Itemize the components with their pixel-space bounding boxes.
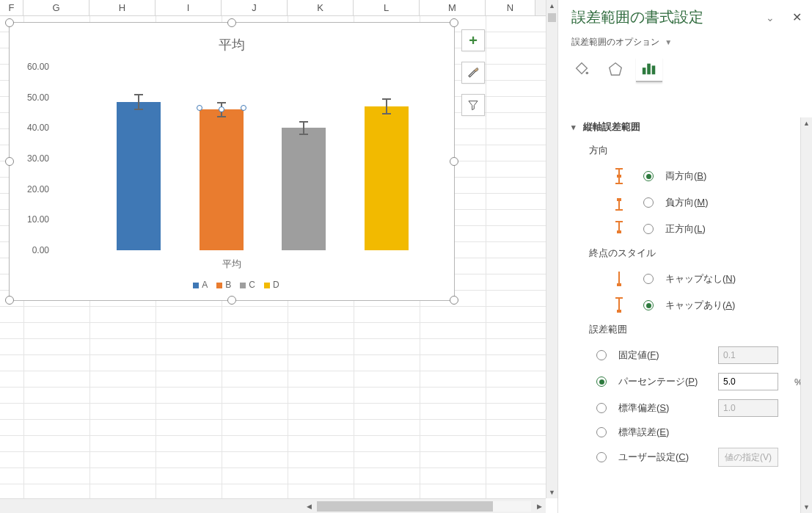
error-cap	[134, 109, 143, 110]
radio-label: キャップあり(A)	[665, 299, 790, 312]
legend-label[interactable]: D	[273, 280, 279, 290]
radio-control[interactable]	[596, 376, 607, 387]
scroll-up-icon[interactable]: ▲	[801, 117, 812, 129]
category-axis-title[interactable]: 平均	[10, 258, 454, 271]
bar-series[interactable]	[117, 102, 161, 250]
col-header-J[interactable]: J	[222, 0, 288, 15]
sheet-vertical-scrollbar[interactable]: ▲ ▼	[546, 0, 557, 498]
chart-filter-button[interactable]	[461, 94, 485, 116]
radio-amount-F[interactable]: 固定値(F)	[571, 342, 790, 368]
scroll-track[interactable]	[317, 501, 531, 512]
radio-amount-C[interactable]: ユーザー設定(C) 値の指定(V)	[571, 443, 790, 471]
radio-control[interactable]	[643, 197, 654, 208]
col-header-K[interactable]: K	[288, 0, 354, 15]
resize-handle[interactable]	[5, 157, 14, 166]
radio-endstyle-A[interactable]: キャップあり(A)	[571, 292, 790, 319]
direction-label: 方向	[571, 139, 790, 163]
chart-title[interactable]: 平均	[10, 36, 454, 54]
scroll-right-icon[interactable]: ▶	[533, 500, 546, 513]
bar-series[interactable]	[282, 128, 326, 250]
chart-styles-button[interactable]	[461, 62, 485, 84]
tab-effects[interactable]	[602, 57, 629, 82]
tab-fill-line[interactable]	[568, 57, 595, 82]
svg-rect-8	[617, 175, 621, 178]
error-bar[interactable]	[138, 95, 139, 109]
legend-label[interactable]: B	[225, 280, 231, 290]
amount-input-P[interactable]	[718, 373, 778, 390]
radio-amount-S[interactable]: 標準偏差(S)	[571, 395, 790, 421]
col-header-L[interactable]: L	[354, 0, 420, 15]
series-selection-handle[interactable]	[219, 106, 224, 112]
resize-handle[interactable]	[450, 18, 458, 27]
chart-add-element-button[interactable]: +	[461, 29, 485, 51]
error-bar[interactable]	[386, 99, 387, 114]
error-cap	[217, 102, 226, 103]
radio-amount-E[interactable]: 標準誤差(E)	[571, 421, 790, 443]
resize-handle[interactable]	[5, 296, 14, 305]
resize-handle[interactable]	[5, 18, 14, 27]
radio-control[interactable]	[643, 224, 654, 234]
specify-value-button[interactable]: 値の指定(V)	[718, 448, 778, 467]
y-axis-tick: 0.00	[20, 245, 49, 255]
radio-label: ユーザー設定(C)	[618, 451, 706, 464]
direction-both-icon	[615, 167, 623, 185]
sheet-horizontal-scrollbar[interactable]: ◀ ▶	[0, 498, 546, 513]
radio-label: 正方向(L)	[665, 222, 790, 236]
radio-direction-L[interactable]: 正方向(L)	[571, 216, 790, 242]
scroll-thumb[interactable]	[317, 501, 493, 512]
radio-label: 固定値(F)	[618, 349, 706, 362]
svg-rect-19	[617, 310, 621, 313]
series-selection-handle[interactable]	[241, 105, 246, 111]
close-pane-button[interactable]: ✕	[792, 10, 802, 24]
section-vertical-error-bar[interactable]: ▾ 縦軸誤差範囲	[571, 117, 790, 139]
y-axis-tick: 10.00	[20, 214, 49, 225]
radio-endstyle-N[interactable]: キャップなし(N)	[571, 266, 790, 292]
radio-control[interactable]	[596, 403, 607, 413]
bar-series[interactable]	[365, 106, 409, 250]
legend-label[interactable]: A	[202, 280, 208, 290]
radio-control[interactable]	[643, 171, 654, 181]
scroll-down-icon[interactable]: ▼	[801, 501, 812, 513]
col-header-N[interactable]: N	[486, 0, 535, 15]
bar-series[interactable]	[200, 109, 244, 250]
radio-control[interactable]	[643, 274, 654, 284]
col-header-G[interactable]: G	[23, 0, 89, 15]
svg-rect-4	[652, 65, 656, 74]
col-header-F[interactable]: F	[0, 0, 23, 15]
chart-object[interactable]: 平均 0.0010.0020.0030.0040.0050.0060.00 平均…	[9, 22, 455, 301]
error-bar[interactable]	[303, 122, 304, 134]
scroll-left-icon[interactable]: ◀	[302, 500, 315, 513]
svg-rect-14	[617, 230, 621, 233]
radio-amount-P[interactable]: パーセンテージ(P) %	[571, 368, 790, 395]
radio-direction-M[interactable]: 負方向(M)	[571, 189, 790, 216]
scroll-thumb[interactable]	[548, 13, 556, 22]
y-axis-tick: 60.00	[20, 62, 49, 72]
plus-icon: +	[469, 33, 478, 48]
col-header-M[interactable]: M	[420, 0, 486, 15]
radio-control[interactable]	[596, 452, 607, 462]
tab-error-bar-options[interactable]	[636, 57, 662, 82]
plot-area[interactable]: 0.0010.0020.0030.0040.0050.0060.00	[54, 67, 428, 250]
col-header-I[interactable]: I	[156, 0, 222, 15]
pane-subtitle-dropdown[interactable]: 誤差範囲のオプション ▼	[558, 30, 812, 51]
scroll-down-icon[interactable]: ▼	[546, 487, 557, 498]
radio-direction-B[interactable]: 両方向(B)	[571, 163, 790, 189]
y-axis-tick: 50.00	[20, 92, 49, 103]
radio-control[interactable]	[643, 300, 654, 310]
pane-vertical-scrollbar[interactable]: ▲ ▼	[800, 117, 812, 513]
svg-rect-3	[647, 64, 651, 75]
resize-handle[interactable]	[227, 18, 236, 27]
chart-legend[interactable]: ABCD	[10, 280, 454, 290]
resize-handle[interactable]	[450, 296, 458, 305]
radio-control[interactable]	[596, 427, 607, 437]
scroll-up-icon[interactable]: ▲	[546, 0, 557, 12]
legend-label[interactable]: C	[249, 280, 255, 290]
brush-icon	[467, 66, 480, 79]
pane-body: ▾ 縦軸誤差範囲 方向 両方向(B) 負方向(M) 正方向(L) 終点のスタイル…	[558, 117, 800, 513]
series-selection-handle[interactable]	[197, 105, 202, 111]
resize-handle[interactable]	[450, 157, 458, 166]
chevron-down-icon[interactable]: ⌄	[766, 12, 775, 23]
radio-control[interactable]	[596, 350, 607, 360]
resize-handle[interactable]	[227, 296, 236, 305]
col-header-H[interactable]: H	[89, 0, 156, 15]
